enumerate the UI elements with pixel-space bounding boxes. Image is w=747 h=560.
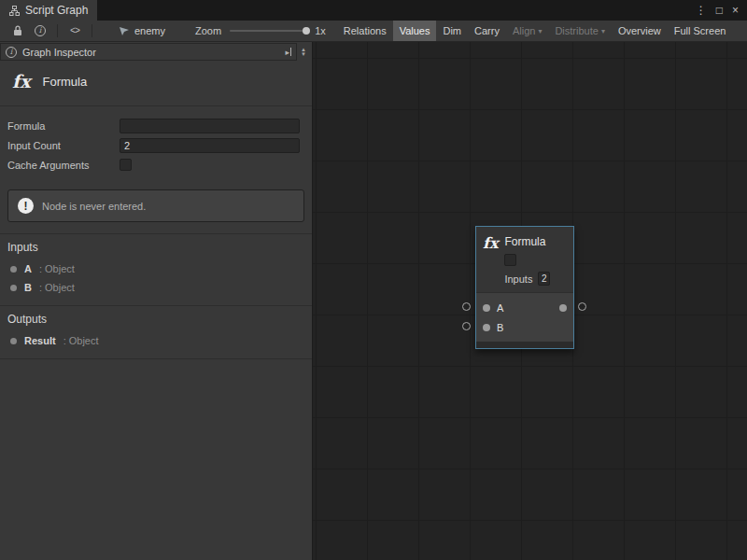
carry-label: Carry <box>474 25 500 36</box>
inputs-header: Inputs <box>0 234 312 259</box>
formula-field-label: Formula <box>7 120 120 132</box>
warning-text: Node is never entered. <box>42 201 146 212</box>
overview-button[interactable]: Overview <box>612 21 668 41</box>
input-port-b-icon[interactable] <box>483 324 490 331</box>
formula-input[interactable] <box>120 119 300 133</box>
toolbar-buttons: Relations Values Dim Carry Align ▾ Distr… <box>337 21 733 41</box>
warning-icon: ! <box>18 198 34 214</box>
port-dot-icon <box>10 266 17 273</box>
kebab-menu-icon[interactable]: ⋮ <box>696 4 707 17</box>
cache-arguments-label: Cache Arguments <box>7 160 120 171</box>
fx-icon: fx <box>12 71 31 91</box>
overview-label: Overview <box>618 25 661 36</box>
selected-node-title: fx Formula <box>0 61 312 106</box>
node-formula-input[interactable] <box>504 254 516 266</box>
node-port-row-a: A <box>476 298 573 317</box>
graph-canvas[interactable]: fx Formula Inputs 2 A <box>313 42 747 560</box>
toolbar-separator <box>92 24 92 37</box>
external-port-a-left[interactable] <box>462 302 471 311</box>
close-icon[interactable]: × <box>732 4 739 17</box>
lock-icon <box>13 25 22 36</box>
inspector-title: Graph Inspector <box>22 47 280 58</box>
values-label: Values <box>400 25 430 36</box>
distribute-dropdown[interactable]: Distribute ▾ <box>548 21 611 41</box>
tab-script-graph[interactable]: Script Graph <box>0 0 97 21</box>
node-fields: Formula Input Count Cache Arguments <box>0 106 312 180</box>
chevron-down-icon: ▾ <box>601 27 605 35</box>
graph-toolbar: i <> enemy Zoom 1x Relations Values Dim … <box>0 21 747 42</box>
values-button[interactable]: Values <box>393 21 437 41</box>
inspector-header: i Graph Inspector ▸ ▲ ▼ <box>0 42 312 61</box>
lock-button[interactable] <box>7 25 29 36</box>
graph-inspector-panel: i Graph Inspector ▸ ▲ ▼ fx Formula <box>0 42 313 560</box>
formula-field-row: Formula <box>7 118 300 133</box>
port-name: B <box>24 282 32 293</box>
titlebar: Script Graph ⋮ □ × <box>0 0 747 21</box>
warning-box: ! Node is never entered. <box>7 189 304 222</box>
zoom-label: Zoom <box>195 25 221 36</box>
info-icon: i <box>35 25 46 36</box>
tab-label: Script Graph <box>25 4 88 17</box>
unity-window: Script Graph ⋮ □ × i <> enemy <box>0 0 747 560</box>
align-label: Align <box>513 25 535 36</box>
main-area: i Graph Inspector ▸ ▲ ▼ fx Formula <box>0 42 747 560</box>
inspector-header-box: i Graph Inspector ▸ <box>0 43 297 61</box>
dim-label: Dim <box>443 25 461 36</box>
full-screen-button[interactable]: Full Screen <box>668 21 733 41</box>
port-type: : Object <box>39 282 75 293</box>
input-count-field-row: Input Count <box>7 137 300 153</box>
panel-spinner[interactable]: ▲ ▼ <box>301 48 306 57</box>
titlebar-spacer <box>97 0 695 21</box>
full-screen-label: Full Screen <box>674 25 726 36</box>
object-reference[interactable]: enemy <box>119 25 165 36</box>
code-view-button[interactable]: <> <box>63 26 86 36</box>
node-inputs-label: Inputs <box>504 273 532 285</box>
zoom-slider-knob[interactable] <box>303 27 310 35</box>
node-footer <box>476 342 573 348</box>
dock-panel-icon[interactable]: ▸ <box>286 48 292 57</box>
relations-button[interactable]: Relations <box>337 21 393 41</box>
align-dropdown[interactable]: Align ▾ <box>506 21 548 41</box>
port-label: B <box>497 322 567 333</box>
external-port-b-left[interactable] <box>462 322 471 330</box>
dim-button[interactable]: Dim <box>436 21 468 41</box>
formula-node[interactable]: fx Formula Inputs 2 A <box>475 226 574 349</box>
node-title-text: Formula <box>43 75 88 89</box>
node-header-column: Formula Inputs 2 <box>504 235 550 286</box>
relations-label: Relations <box>344 25 387 36</box>
input-port-row-a: A : Object <box>0 259 312 278</box>
graph-info-button[interactable]: i <box>29 25 51 36</box>
distribute-label: Distribute <box>555 25 598 36</box>
output-port-row-result: Result : Object <box>0 331 312 350</box>
script-graph-icon <box>9 6 20 16</box>
dock-bar <box>290 48 291 56</box>
node-ports: A B <box>476 292 573 342</box>
node-input-count-field[interactable]: 2 <box>538 272 550 286</box>
external-port-result-right[interactable] <box>578 302 586 311</box>
maximize-icon[interactable]: □ <box>716 4 723 17</box>
window-controls: ⋮ □ × <box>696 0 747 21</box>
graph-pointer-icon <box>119 26 130 36</box>
carry-button[interactable]: Carry <box>468 21 506 41</box>
chevron-down-icon: ▾ <box>538 27 542 35</box>
cache-arguments-checkbox[interactable] <box>120 159 132 171</box>
zoom-slider[interactable] <box>230 30 308 32</box>
input-port-a-icon[interactable] <box>483 304 490 312</box>
formula-node-header[interactable]: fx Formula Inputs 2 <box>476 227 573 292</box>
input-count-input[interactable] <box>120 138 300 153</box>
node-port-row-b: B <box>476 317 573 337</box>
zoom-value: 1x <box>315 25 326 36</box>
input-port-row-b: B : Object <box>0 278 312 297</box>
cache-arguments-row: Cache Arguments <box>7 157 300 173</box>
object-name: enemy <box>134 25 165 36</box>
dock-arrow: ▸ <box>286 48 290 57</box>
port-type: : Object <box>39 263 75 274</box>
fx-icon: fx <box>483 235 498 286</box>
node-title: Formula <box>504 235 550 248</box>
spin-down-icon: ▼ <box>301 52 306 57</box>
output-port-result-icon[interactable] <box>559 304 567 312</box>
input-count-label: Input Count <box>7 140 120 151</box>
info-icon: i <box>6 47 17 58</box>
port-name: A <box>24 263 32 274</box>
port-dot-icon <box>10 338 17 344</box>
